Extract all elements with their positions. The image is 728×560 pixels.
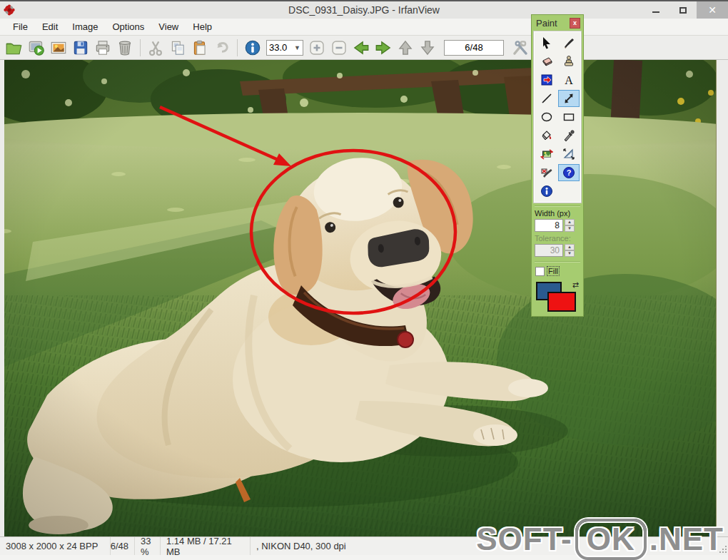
fill-option[interactable]: Fill [533, 264, 582, 278]
paste-icon[interactable] [190, 38, 210, 58]
clone-tool[interactable] [558, 53, 580, 70]
canvas-area [0, 60, 728, 536]
delete-icon[interactable] [115, 38, 135, 58]
window-title: DSC_0931_Daisy.JPG - IrfanView [0, 4, 728, 16]
measure-tool[interactable] [558, 146, 580, 163]
tool-grid-spacer [558, 183, 580, 200]
print-icon[interactable] [93, 38, 113, 58]
open-folder-icon[interactable] [4, 38, 24, 58]
arrow-line-tool[interactable] [558, 90, 580, 107]
status-file-size: 1.14 MB / 17.21 MB [161, 537, 251, 555]
watermark-suffix: .NET [649, 521, 724, 557]
paint-panel-titlebar[interactable]: Paint x [533, 16, 582, 31]
page-counter-value: 6/48 [465, 42, 482, 53]
main-toolbar: 33.0 ▼ 6/48 [0, 36, 728, 60]
pointer-tool[interactable] [536, 34, 557, 51]
fill-tool[interactable] [536, 127, 557, 144]
properties-icon[interactable] [510, 38, 530, 58]
chevron-down-icon: ▼ [294, 44, 300, 51]
photo-canvas[interactable] [4, 60, 716, 536]
panel-divider [535, 205, 580, 206]
irfanview-window: DSC_0931_Daisy.JPG - IrfanView ✕ File Ed… [0, 0, 728, 560]
width-stepper[interactable]: 8 ▲▼ [533, 218, 582, 233]
color-picker-tool[interactable] [558, 127, 580, 144]
undo-icon[interactable] [212, 38, 232, 58]
tolerance-label: Tolerance: [533, 233, 582, 243]
zoom-value: 33.0 [269, 42, 294, 53]
red-eye-tool[interactable] [536, 164, 557, 181]
primary-color-swatch[interactable] [547, 292, 576, 312]
status-index: 6/48 [111, 537, 135, 555]
cut-icon[interactable] [146, 38, 166, 58]
title-bar[interactable]: DSC_0931_Daisy.JPG - IrfanView ✕ [0, 1, 728, 19]
width-value-field[interactable]: 8 [535, 219, 563, 232]
swap-colors-icon[interactable]: ⇄ [572, 280, 579, 290]
minimize-icon[interactable] [642, 1, 669, 19]
watermark-prefix: SOFT- [476, 521, 572, 557]
status-zoom: 33 % [135, 537, 161, 555]
tolerance-stepper: 30 ▲▼ [533, 243, 582, 258]
slideshow-icon[interactable] [26, 38, 46, 58]
menu-image[interactable]: Image [65, 19, 105, 34]
rectangle-tool[interactable] [558, 108, 580, 126]
tolerance-value-field: 30 [535, 244, 563, 257]
info-button[interactable] [536, 183, 557, 200]
menu-file[interactable]: File [6, 19, 35, 34]
spin-down-icon: ▼ [565, 250, 575, 257]
text-tool[interactable]: A [558, 71, 580, 88]
close-icon[interactable]: ✕ [697, 1, 728, 19]
zoom-out-icon[interactable] [329, 38, 349, 58]
thumbnails-icon[interactable] [49, 38, 69, 58]
paint-panel-title: Paint [536, 18, 557, 29]
line-tool[interactable] [536, 90, 557, 107]
status-dimensions: 3008 x 2000 x 24 BPP [0, 537, 111, 555]
menu-view[interactable]: View [151, 19, 186, 34]
spin-down-icon[interactable]: ▼ [565, 225, 575, 232]
brush-tool[interactable] [558, 34, 580, 51]
help-button[interactable]: ? [558, 164, 580, 181]
menu-help[interactable]: Help [186, 19, 219, 34]
toolbar-separator [237, 39, 238, 56]
next-page-icon[interactable] [418, 38, 438, 58]
width-label: Width (px) [533, 208, 582, 218]
window-right-border [716, 60, 728, 536]
spin-up-icon[interactable]: ▲ [565, 219, 575, 225]
prev-page-icon[interactable] [395, 38, 415, 58]
zoom-in-icon[interactable] [307, 38, 327, 58]
watermark-boxed: OK [575, 519, 647, 560]
straighten-tool[interactable] [536, 146, 557, 163]
maximize-icon[interactable] [669, 1, 697, 19]
prev-image-icon[interactable] [351, 38, 371, 58]
page-counter-field[interactable]: 6/48 [444, 40, 504, 56]
watermark: SOFT- OK .NET [476, 519, 724, 560]
color-swatches[interactable]: ⇄ [536, 280, 579, 313]
svg-text:?: ? [567, 168, 572, 177]
resize-grip[interactable] [719, 546, 727, 553]
zoom-combobox[interactable]: 33.0 ▼ [266, 40, 303, 56]
next-image-icon[interactable] [373, 38, 393, 58]
paint-close-icon[interactable]: x [570, 18, 580, 29]
eraser-tool[interactable] [536, 53, 557, 70]
svg-text:A: A [565, 74, 573, 86]
panel-divider [535, 261, 580, 262]
info-icon[interactable] [243, 38, 263, 58]
menu-options[interactable]: Options [106, 19, 152, 34]
fill-checkbox[interactable] [535, 267, 545, 276]
copy-icon[interactable] [168, 38, 188, 58]
toolbar-separator [140, 39, 141, 56]
paint-panel[interactable]: Paint x A [531, 14, 584, 317]
save-icon[interactable] [71, 38, 91, 58]
menu-bar: File Edit Image Options View Help [0, 19, 728, 36]
fill-label: Fill [547, 266, 560, 276]
ellipse-tool[interactable] [536, 108, 557, 126]
menu-edit[interactable]: Edit [35, 19, 65, 34]
insert-arrow-tool[interactable] [536, 71, 557, 88]
paint-tools-grid: A [534, 31, 581, 203]
spin-up-icon: ▲ [565, 244, 575, 250]
